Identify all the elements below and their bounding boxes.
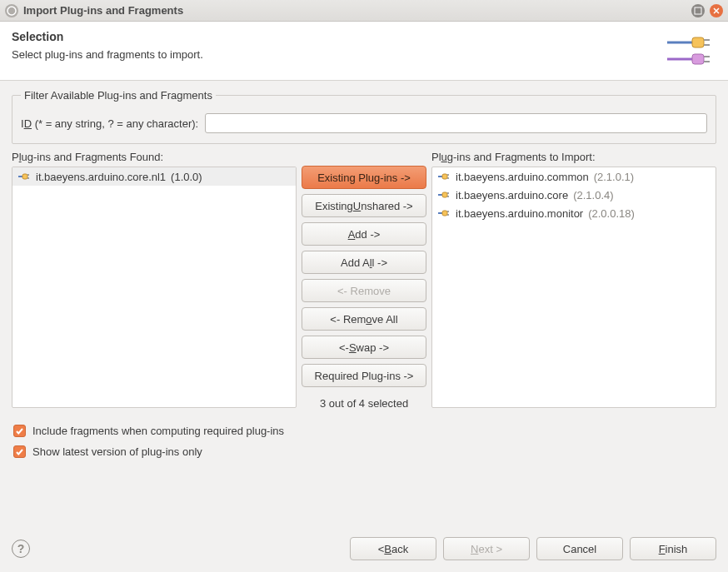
- include-fragments-label: Include fragments when computing require…: [32, 425, 284, 437]
- plugin-icon: [17, 170, 31, 183]
- page-title: Selection: [12, 30, 663, 43]
- window-title: Import Plug-ins and Fragments: [23, 4, 686, 17]
- list-item[interactable]: it.baeyens.arduino.core.nl1 (1.0.0): [12, 167, 296, 186]
- swap-button[interactable]: <- Swap ->: [302, 336, 426, 359]
- svg-rect-1: [695, 7, 701, 14]
- checkbox-checked-icon: [13, 445, 26, 458]
- plugin-icon: [437, 206, 451, 220]
- list-item[interactable]: it.baeyens.arduino.core (2.1.0.4): [432, 186, 716, 204]
- wizard-footer: ? < Back Next > Cancel Finish: [0, 527, 728, 572]
- plugin-name: it.baeyens.arduino.common: [456, 171, 589, 183]
- found-label: Plug-ins and Fragments Found:: [12, 151, 297, 163]
- required-plugins-button[interactable]: Required Plug-ins ->: [302, 364, 426, 387]
- show-latest-label: Show latest version of plug-ins only: [32, 445, 202, 458]
- filter-group: Filter Available Plug-ins and Fragments …: [12, 89, 716, 144]
- svg-rect-5: [442, 174, 447, 179]
- checkbox-checked-icon: [13, 425, 26, 437]
- svg-rect-6: [442, 192, 447, 197]
- add-all-button[interactable]: Add All ->: [302, 251, 426, 274]
- titlebar: Import Plug-ins and Fragments: [0, 0, 728, 22]
- svg-rect-7: [442, 211, 447, 216]
- wizard-header: Selection Select plug-ins and fragments …: [0, 22, 728, 81]
- selection-status: 3 out of 4 selected: [302, 397, 426, 410]
- id-filter-input[interactable]: [205, 113, 707, 133]
- svg-rect-2: [692, 37, 704, 47]
- import-list[interactable]: it.baeyens.arduino.common (2.1.0.1) it.b…: [431, 167, 716, 408]
- plugin-name: it.baeyens.arduino.core: [456, 189, 568, 201]
- plugin-icon: [437, 170, 451, 183]
- help-button[interactable]: ?: [12, 540, 30, 558]
- cancel-button[interactable]: Cancel: [536, 537, 623, 560]
- plugin-name: it.baeyens.arduino.monitor: [456, 207, 583, 220]
- filter-legend: Filter Available Plug-ins and Fragments: [21, 89, 216, 102]
- minimize-button[interactable]: [691, 4, 705, 17]
- list-item[interactable]: it.baeyens.arduino.common (2.1.0.1): [432, 167, 716, 186]
- plugin-version: (2.0.0.18): [588, 207, 635, 220]
- finish-button[interactable]: Finish: [630, 537, 716, 560]
- page-description: Select plug-ins and fragments to import.: [12, 48, 663, 61]
- plugin-version: (2.1.0.4): [573, 189, 613, 201]
- app-icon: [5, 4, 18, 17]
- list-item[interactable]: it.baeyens.arduino.monitor (2.0.0.18): [432, 204, 716, 222]
- found-list[interactable]: it.baeyens.arduino.core.nl1 (1.0.0): [12, 167, 297, 408]
- remove-all-button[interactable]: <- Remove All: [302, 307, 426, 331]
- add-button[interactable]: Add ->: [302, 222, 426, 246]
- include-fragments-checkbox-row[interactable]: Include fragments when computing require…: [13, 425, 716, 437]
- plugin-icon: [437, 188, 451, 201]
- existing-plugins-button[interactable]: Existing Plug-ins ->: [302, 166, 426, 189]
- plugin-version: (2.1.0.1): [594, 171, 634, 183]
- svg-rect-3: [692, 54, 704, 64]
- remove-button: <- Remove: [302, 279, 426, 302]
- wizard-banner-icon: [663, 30, 716, 72]
- svg-rect-4: [22, 174, 27, 179]
- svg-point-0: [7, 7, 16, 15]
- plugin-version: (1.0.0): [171, 171, 202, 183]
- plugin-name: it.baeyens.arduino.core.nl1: [36, 171, 166, 183]
- back-button[interactable]: < Back: [350, 537, 436, 560]
- import-label: Plug-ins and Fragments to Import:: [431, 151, 716, 163]
- close-button[interactable]: [710, 4, 723, 17]
- id-filter-label: ID (* = any string, ? = any character):: [21, 117, 198, 130]
- existing-unshared-button[interactable]: Existing Unshared ->: [302, 194, 426, 217]
- show-latest-checkbox-row[interactable]: Show latest version of plug-ins only: [13, 445, 716, 458]
- next-button: Next >: [443, 537, 530, 560]
